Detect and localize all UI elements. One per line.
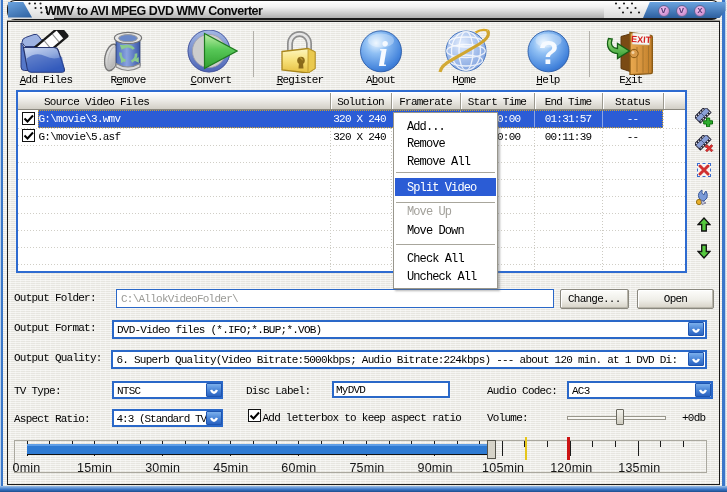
svg-text:i: i (378, 34, 388, 73)
svg-text:?: ? (538, 34, 558, 71)
svg-text:EXIT: EXIT (631, 34, 652, 45)
